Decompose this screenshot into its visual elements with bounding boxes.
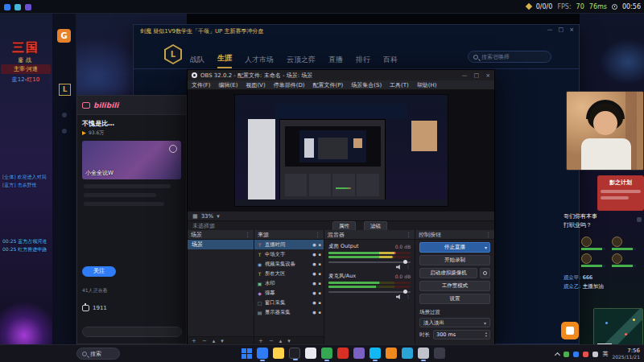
- transition-select[interactable]: 淡入淡出▾: [419, 318, 490, 327]
- lock-icon[interactable]: ▪: [319, 300, 321, 305]
- menu-profile[interactable]: 配置文件(P): [309, 81, 348, 89]
- taskbar-search[interactable]: 搜索: [76, 348, 120, 360]
- maximize-icon[interactable]: □: [474, 72, 480, 79]
- zoom-level[interactable]: 33%: [201, 213, 214, 220]
- lock-icon[interactable]: ▪: [319, 252, 321, 257]
- dock-menu-icon[interactable]: ⋮: [315, 232, 320, 238]
- stop-streaming-button[interactable]: 停止直播▾: [419, 242, 490, 253]
- game-assistant-icon[interactable]: [561, 322, 579, 339]
- taskbar-app-icon[interactable]: [321, 348, 332, 359]
- obs-preview[interactable]: [188, 90, 494, 211]
- follow-button[interactable]: 关注: [82, 266, 116, 277]
- menu-docks[interactable]: 停靠部件(D): [270, 81, 309, 89]
- virtual-camera-button[interactable]: 启动虚拟摄像机: [419, 268, 477, 278]
- source-row[interactable]: ◉ 视频采集设备 ● ▪: [254, 259, 324, 269]
- menu-scene-collection[interactable]: 场景集合(S): [347, 81, 386, 89]
- chevron-down-icon[interactable]: ▾: [485, 245, 487, 250]
- remove-source-button[interactable]: −: [269, 338, 274, 344]
- nav-tab-teams[interactable]: 战队: [190, 55, 204, 68]
- move-down-button[interactable]: ▾: [287, 338, 291, 344]
- champion-portrait[interactable]: [612, 237, 642, 250]
- nav-tab-career[interactable]: 生涯: [217, 53, 232, 68]
- browser-sidebar-icon[interactable]: [637, 217, 642, 222]
- slider-knob[interactable]: [403, 290, 407, 294]
- duration-input[interactable]: 300 ms ▴▾: [433, 330, 490, 339]
- remove-scene-button[interactable]: −: [202, 338, 207, 344]
- close-icon[interactable]: ×: [569, 27, 574, 33]
- lol-mini-logo-icon[interactable]: L: [59, 84, 71, 96]
- visibility-icon[interactable]: ●: [312, 261, 316, 266]
- close-icon[interactable]: ×: [485, 72, 490, 79]
- lock-icon[interactable]: ▪: [319, 290, 321, 295]
- move-down-button[interactable]: ▾: [221, 338, 224, 344]
- maximize-icon[interactable]: □: [559, 27, 564, 33]
- minimize-icon[interactable]: —: [547, 27, 553, 33]
- menu-tools[interactable]: 工具(T): [386, 81, 413, 89]
- lock-icon[interactable]: ▪: [319, 242, 321, 247]
- lock-icon[interactable]: ▪: [319, 271, 321, 276]
- scenes-dock-header[interactable]: 场景 ⋮: [188, 230, 254, 240]
- source-row[interactable]: ▣ 水印 ● ▪: [254, 278, 324, 288]
- summoner-search[interactable]: [468, 51, 551, 63]
- source-row[interactable]: ▤ 显示器采集 ● ▪: [254, 307, 324, 317]
- tray-expand-icon[interactable]: [555, 352, 560, 357]
- source-row[interactable]: T 所在大区 ● ▪: [254, 269, 324, 278]
- settings-button[interactable]: 设置: [419, 294, 490, 304]
- source-row[interactable]: T 直播时间 ● ▪: [254, 240, 324, 249]
- bilibili-logo[interactable]: bilibili: [93, 101, 118, 109]
- like-row[interactable]: 1911: [82, 305, 107, 311]
- nav-tab-wiki[interactable]: 百科: [383, 55, 398, 68]
- minimize-icon[interactable]: —: [462, 72, 468, 79]
- channel-options-icon[interactable]: ⋮: [406, 294, 411, 299]
- microphone-icon[interactable]: [396, 294, 402, 299]
- thumbs-up-icon[interactable]: [82, 305, 89, 311]
- move-up-button[interactable]: ▴: [213, 338, 216, 344]
- add-scene-button[interactable]: +: [192, 338, 196, 344]
- visibility-icon[interactable]: ●: [312, 242, 316, 247]
- champion-portrait[interactable]: [581, 253, 612, 267]
- source-row[interactable]: ▢ 窗口采集 ● ▪: [254, 298, 324, 307]
- taskbar-app-icon[interactable]: [386, 348, 397, 359]
- menu-file[interactable]: 文件(F): [188, 81, 215, 89]
- gamepp-icon[interactable]: G: [57, 29, 71, 43]
- comment-input[interactable]: [82, 327, 182, 337]
- taskbar-clock[interactable]: 7:56 2025/11/21: [612, 348, 640, 360]
- obs-titlebar[interactable]: OBS 32.0.2 - 配置文件: 未命名 - 场景: 场景 — □ ×: [188, 70, 494, 80]
- nav-tab-ranking[interactable]: 排行: [356, 55, 370, 68]
- nav-tab-live[interactable]: 直播: [328, 55, 343, 68]
- dock-menu-icon[interactable]: ⋮: [485, 232, 491, 238]
- menu-help[interactable]: 帮助(H): [413, 81, 441, 89]
- taskbar-app-icon[interactable]: [289, 348, 300, 359]
- champion-portrait[interactable]: [581, 237, 612, 250]
- menu-view[interactable]: 视图(V): [242, 81, 269, 89]
- champion-portrait[interactable]: [612, 253, 642, 267]
- language-indicator[interactable]: 英: [602, 350, 608, 358]
- taskbar-app-icon[interactable]: [353, 348, 365, 359]
- add-source-button[interactable]: +: [258, 338, 263, 344]
- taskbar-app-icon[interactable]: [434, 348, 445, 359]
- visibility-icon[interactable]: ●: [312, 281, 316, 286]
- start-recording-button[interactable]: 开始录制: [419, 255, 490, 265]
- visibility-icon[interactable]: ●: [312, 290, 316, 295]
- windows-start-button[interactable]: [242, 348, 252, 359]
- tray-icon[interactable]: [573, 352, 579, 357]
- taskbar-app-icon[interactable]: [257, 348, 268, 359]
- move-up-button[interactable]: ▴: [279, 338, 283, 344]
- promo-card[interactable]: 影之计划: [597, 175, 644, 211]
- visibility-icon[interactable]: ●: [312, 271, 316, 276]
- tray-icon[interactable]: [592, 352, 598, 357]
- filters-button[interactable]: 滤镜: [364, 221, 387, 231]
- lock-icon[interactable]: ▪: [319, 310, 321, 315]
- taskbar-app-icon[interactable]: [369, 348, 381, 359]
- volume-slider[interactable]: [328, 291, 411, 293]
- summoner-search-input[interactable]: [481, 54, 546, 60]
- virtual-camera-settings-button[interactable]: [480, 268, 490, 278]
- dock-menu-icon[interactable]: ⋮: [406, 232, 411, 238]
- tray-icon[interactable]: [583, 352, 588, 357]
- chevron-down-icon[interactable]: ▾: [217, 213, 220, 220]
- tray-icon[interactable]: [564, 352, 569, 357]
- nav-tab-tft[interactable]: 云顶之弈: [287, 55, 316, 68]
- lock-icon[interactable]: ▪: [319, 281, 321, 286]
- visibility-icon[interactable]: ●: [312, 300, 316, 305]
- volume-slider[interactable]: [328, 261, 411, 263]
